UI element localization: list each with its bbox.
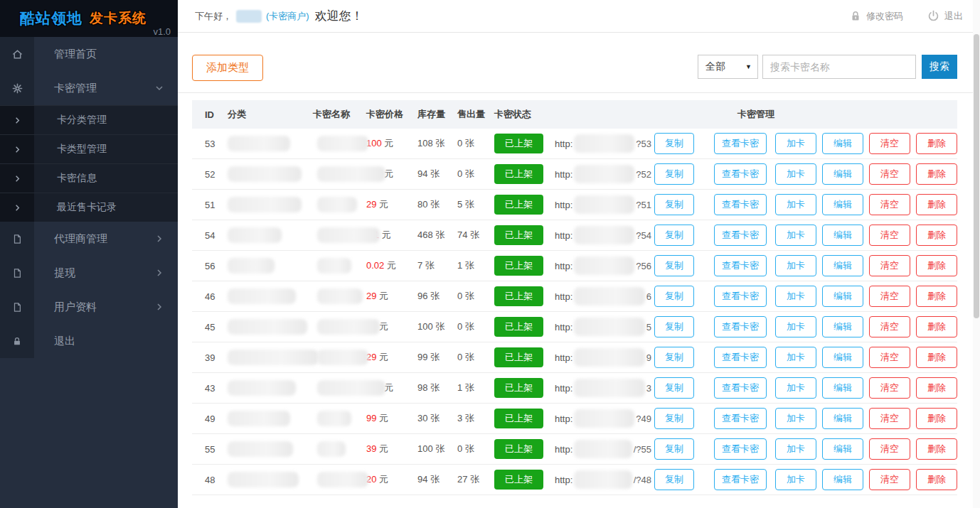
add-card-button[interactable]: 加卡 <box>775 408 816 429</box>
sidebar-item-card-type[interactable]: 卡类型管理 <box>0 134 178 163</box>
edit-button[interactable]: 编辑 <box>822 255 863 276</box>
edit-button[interactable]: 编辑 <box>822 194 863 215</box>
delete-button[interactable]: 删除 <box>916 469 957 490</box>
merchant-tag[interactable]: (卡密商户) <box>266 10 309 23</box>
search-button[interactable]: 搜索 <box>922 55 957 79</box>
view-cards-button[interactable]: 查看卡密 <box>714 286 767 307</box>
edit-button[interactable]: 编辑 <box>822 163 863 185</box>
add-card-button[interactable]: 加卡 <box>775 377 816 399</box>
add-card-button[interactable]: 加卡 <box>775 225 816 246</box>
copy-button[interactable]: 复制 <box>654 286 694 307</box>
edit-button[interactable]: 编辑 <box>822 408 863 429</box>
delete-button[interactable]: 删除 <box>916 255 957 276</box>
sidebar-item-card-info[interactable]: 卡密信息 <box>0 163 178 193</box>
status-badge[interactable]: 已上架 <box>494 409 543 428</box>
add-card-button[interactable]: 加卡 <box>775 163 816 185</box>
add-card-button[interactable]: 加卡 <box>775 347 816 368</box>
edit-button[interactable]: 编辑 <box>822 469 863 490</box>
copy-button[interactable]: 复制 <box>654 316 694 337</box>
add-type-button[interactable]: 添加类型 <box>192 55 263 81</box>
clear-button[interactable]: 清空 <box>869 347 910 368</box>
delete-button[interactable]: 删除 <box>916 408 957 429</box>
add-card-button[interactable]: 加卡 <box>775 316 816 337</box>
view-cards-button[interactable]: 查看卡密 <box>714 347 767 368</box>
clear-button[interactable]: 清空 <box>869 438 910 460</box>
delete-button[interactable]: 删除 <box>916 225 957 246</box>
change-password-link[interactable]: 修改密码 <box>850 10 903 23</box>
sidebar-item-withdraw[interactable]: 提现 <box>0 256 178 290</box>
clear-button[interactable]: 清空 <box>869 377 910 399</box>
delete-button[interactable]: 删除 <box>916 377 957 399</box>
view-cards-button[interactable]: 查看卡密 <box>714 316 767 337</box>
status-badge[interactable]: 已上架 <box>494 347 543 367</box>
copy-button[interactable]: 复制 <box>654 469 694 490</box>
clear-button[interactable]: 清空 <box>869 286 910 307</box>
delete-button[interactable]: 删除 <box>916 347 957 368</box>
copy-button[interactable]: 复制 <box>654 194 694 215</box>
clear-button[interactable]: 清空 <box>869 408 910 429</box>
view-cards-button[interactable]: 查看卡密 <box>714 225 767 246</box>
edit-button[interactable]: 编辑 <box>822 377 863 399</box>
scrollbar-thumb[interactable] <box>974 34 979 318</box>
status-badge[interactable]: 已上架 <box>494 164 543 184</box>
status-badge[interactable]: 已上架 <box>494 286 543 306</box>
status-badge[interactable]: 已上架 <box>494 317 543 337</box>
view-cards-button[interactable]: 查看卡密 <box>714 255 767 276</box>
edit-button[interactable]: 编辑 <box>822 133 863 154</box>
add-card-button[interactable]: 加卡 <box>775 438 816 460</box>
status-badge[interactable]: 已上架 <box>494 439 543 459</box>
clear-button[interactable]: 清空 <box>869 163 910 185</box>
view-cards-button[interactable]: 查看卡密 <box>714 438 767 460</box>
copy-button[interactable]: 复制 <box>654 347 694 368</box>
sidebar-item-card-category[interactable]: 卡分类管理 <box>0 105 178 134</box>
copy-button[interactable]: 复制 <box>654 438 694 460</box>
edit-button[interactable]: 编辑 <box>822 438 863 460</box>
delete-button[interactable]: 删除 <box>916 438 957 460</box>
add-card-button[interactable]: 加卡 <box>775 194 816 215</box>
vertical-scrollbar[interactable] <box>973 0 980 508</box>
category-filter-select[interactable]: 全部 ▼ <box>698 55 758 79</box>
edit-button[interactable]: 编辑 <box>822 347 863 368</box>
sidebar-item-card-management[interactable]: 卡密管理 <box>0 71 178 105</box>
status-badge[interactable]: 已上架 <box>494 195 543 215</box>
copy-button[interactable]: 复制 <box>654 163 694 185</box>
add-card-button[interactable]: 加卡 <box>775 255 816 276</box>
copy-button[interactable]: 复制 <box>654 255 694 276</box>
copy-button[interactable]: 复制 <box>654 225 694 246</box>
sidebar-item-dashboard[interactable]: 管理首页 <box>0 37 178 71</box>
view-cards-button[interactable]: 查看卡密 <box>714 469 767 490</box>
sidebar-item-agents[interactable]: 代理商管理 <box>0 222 178 256</box>
clear-button[interactable]: 清空 <box>869 133 910 154</box>
view-cards-button[interactable]: 查看卡密 <box>714 408 767 429</box>
view-cards-button[interactable]: 查看卡密 <box>714 133 767 154</box>
edit-button[interactable]: 编辑 <box>822 225 863 246</box>
sidebar-item-user-profile[interactable]: 用户资料 <box>0 290 178 324</box>
logout-link[interactable]: 退出 <box>927 10 963 23</box>
status-badge[interactable]: 已上架 <box>494 470 543 490</box>
add-card-button[interactable]: 加卡 <box>775 286 816 307</box>
view-cards-button[interactable]: 查看卡密 <box>714 194 767 215</box>
delete-button[interactable]: 删除 <box>916 286 957 307</box>
status-badge[interactable]: 已上架 <box>494 256 543 276</box>
search-input[interactable] <box>762 55 916 79</box>
clear-button[interactable]: 清空 <box>869 255 910 276</box>
clear-button[interactable]: 清空 <box>869 316 910 337</box>
delete-button[interactable]: 删除 <box>916 163 957 185</box>
view-cards-button[interactable]: 查看卡密 <box>714 377 767 399</box>
delete-button[interactable]: 删除 <box>916 194 957 215</box>
copy-button[interactable]: 复制 <box>654 377 694 399</box>
clear-button[interactable]: 清空 <box>869 469 910 490</box>
delete-button[interactable]: 删除 <box>916 133 957 154</box>
delete-button[interactable]: 删除 <box>916 316 957 337</box>
edit-button[interactable]: 编辑 <box>822 286 863 307</box>
edit-button[interactable]: 编辑 <box>822 316 863 337</box>
status-badge[interactable]: 已上架 <box>494 134 543 153</box>
add-card-button[interactable]: 加卡 <box>775 133 816 154</box>
copy-button[interactable]: 复制 <box>654 133 694 154</box>
sidebar-item-recent-sales[interactable]: 最近售卡记录 <box>0 193 178 222</box>
clear-button[interactable]: 清空 <box>869 225 910 246</box>
add-card-button[interactable]: 加卡 <box>775 469 816 490</box>
view-cards-button[interactable]: 查看卡密 <box>714 163 767 185</box>
copy-button[interactable]: 复制 <box>654 408 694 429</box>
status-badge[interactable]: 已上架 <box>494 225 543 245</box>
